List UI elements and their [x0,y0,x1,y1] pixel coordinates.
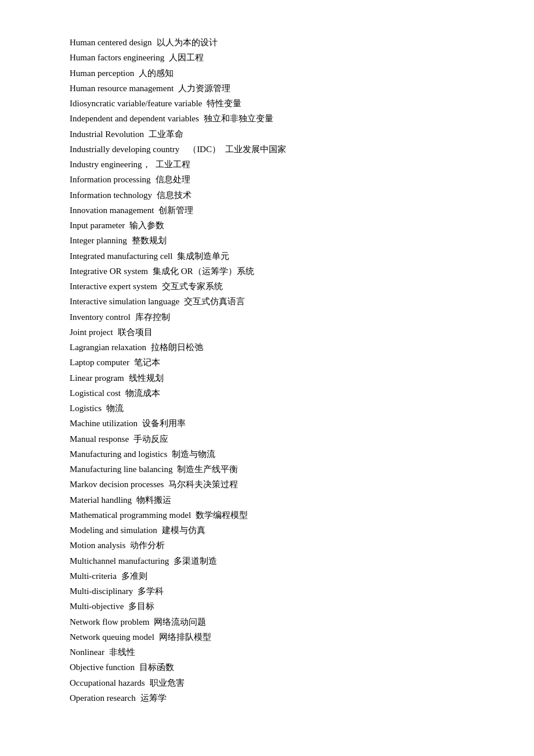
chinese-term: 联合项目 [118,325,153,340]
chinese-term: 马尔科夫决策过程 [168,477,238,492]
chinese-term: 制造生产线平衡 [177,462,238,477]
english-term: Logistics [70,401,102,416]
english-term: Manual response [70,431,129,447]
list-item: Material handling物料搬运 [70,492,464,507]
list-item: Integrated manufacturing cell集成制造单元 [70,249,464,264]
list-item: Integer planning整数规划 [70,233,464,248]
chinese-term: 物流成本 [125,386,160,401]
chinese-term: 以人为本的设计 [157,35,218,50]
chinese-term: 工业发展中国家 [225,142,286,157]
english-term: Joint project [70,325,113,340]
english-term: Linear program [70,370,124,386]
list-item: Lagrangian relaxation拉格朗日松弛 [70,340,464,355]
chinese-term: 网络排队模型 [159,629,211,645]
english-term: Human factors engineering [70,50,164,65]
list-item: Modeling and simulation建模与仿真 [70,523,464,538]
chinese-term: 笔记本 [134,355,160,370]
chinese-term: 非线性 [109,645,135,660]
english-term: Network queuing model [70,629,154,645]
english-term: Multi-objective [70,599,124,614]
english-term: Operation research [70,690,136,705]
english-term: Independent and dependent variables [70,111,199,126]
chinese-term: 人因工程 [169,50,204,65]
list-item: Motion analysis动作分析 [70,538,464,553]
list-item: Human resource management人力资源管理 [70,81,464,96]
list-item: Nonlinear非线性 [70,645,464,660]
english-term: Human centered design [70,35,152,50]
list-item: Industrially developing country （IDC）工业发… [70,142,464,157]
list-item: Manual response手动反应 [70,431,464,447]
english-term: Information technology [70,188,152,203]
list-item: Objective function目标函数 [70,660,464,675]
chinese-term: 网络流动问题 [154,614,206,629]
chinese-term: 职业危害 [150,675,185,690]
english-term: Innovation management [70,203,154,218]
chinese-term: 拉格朗日松弛 [151,340,203,355]
english-term: Information processing [70,172,151,187]
chinese-term: 动作分析 [130,538,165,553]
chinese-term: 库存控制 [135,309,170,325]
chinese-term: 创新管理 [158,203,193,218]
chinese-term: 运筹学 [140,690,167,705]
english-term: Multi-criteria [70,568,117,584]
english-term: Integrated manufacturing cell [70,249,172,264]
english-term: Mathematical programming model [70,507,191,523]
list-item: Occupational hazards职业危害 [70,675,464,690]
list-item: Human centered design以人为本的设计 [70,35,464,50]
list-item: Manufacturing and logistics制造与物流 [70,447,464,462]
chinese-term: 目标函数 [139,660,174,675]
english-term: Industrially developing country （IDC） [70,142,221,157]
english-term: Integrative OR system [70,264,148,279]
english-term: Manufacturing line balancing [70,462,172,477]
list-item: Linear program线性规划 [70,370,464,386]
list-item: Joint project联合项目 [70,325,464,340]
english-term: Human perception [70,66,134,81]
chinese-term: 工业工程 [156,157,190,172]
list-item: Independent and dependent variables独立和非独… [70,111,464,126]
list-item: Industrial Revolution工业革命 [70,127,464,142]
list-item: Human factors engineering人因工程 [70,50,464,65]
list-item: Information processing信息处理 [70,172,464,187]
chinese-term: 线性规划 [129,370,164,386]
english-term: Laptop computer [70,355,129,370]
list-item: Inventory control库存控制 [70,309,464,325]
chinese-term: 多学科 [138,584,164,599]
chinese-term: 集成化 OR（运筹学）系统 [153,264,254,279]
chinese-term: 输入参数 [129,218,164,233]
list-item: Human perception人的感知 [70,66,464,81]
english-term: Input parameter [70,218,125,233]
english-term: Industrial Revolution [70,127,144,142]
list-item: Integrative OR system集成化 OR（运筹学）系统 [70,264,464,279]
chinese-term: 工业革命 [149,127,183,142]
chinese-term: 人力资源管理 [178,81,230,96]
english-term: Inventory control [70,309,131,325]
english-term: Manufacturing and logistics [70,447,167,462]
english-term: Idiosyncratic variable/feature variable [70,96,202,111]
chinese-term: 物料搬运 [136,492,171,507]
list-item: Idiosyncratic variable/feature variable特… [70,96,464,111]
english-term: Multichannel manufacturing [70,553,169,568]
list-item: Multi-criteria多准则 [70,568,464,584]
list-item: Information technology信息技术 [70,188,464,203]
list-item: Laptop computer笔记本 [70,355,464,370]
chinese-term: 交互式仿真语言 [184,294,245,309]
list-item: Multi-objective多目标 [70,599,464,614]
list-item: Network queuing model网络排队模型 [70,629,464,645]
chinese-term: 集成制造单元 [177,249,229,264]
list-item: Input parameter输入参数 [70,218,464,233]
list-item: Interactive expert system交互式专家系统 [70,279,464,294]
chinese-term: 信息技术 [157,188,192,203]
english-term: Machine utilization [70,416,138,431]
chinese-term: 设备利用率 [142,416,186,431]
list-item: Interactive simulation language交互式仿真语言 [70,294,464,309]
english-term: Occupational hazards [70,675,145,690]
list-item: Network flow problem网络流动问题 [70,614,464,629]
english-term: Motion analysis [70,538,125,553]
english-term: Interactive simulation language [70,294,179,309]
english-term: Objective function [70,660,135,675]
chinese-term: 多目标 [128,599,154,614]
list-item: Operation research运筹学 [70,690,464,705]
chinese-term: 整数规划 [132,233,167,248]
english-term: Material handling [70,492,132,507]
english-term: Modeling and simulation [70,523,157,538]
